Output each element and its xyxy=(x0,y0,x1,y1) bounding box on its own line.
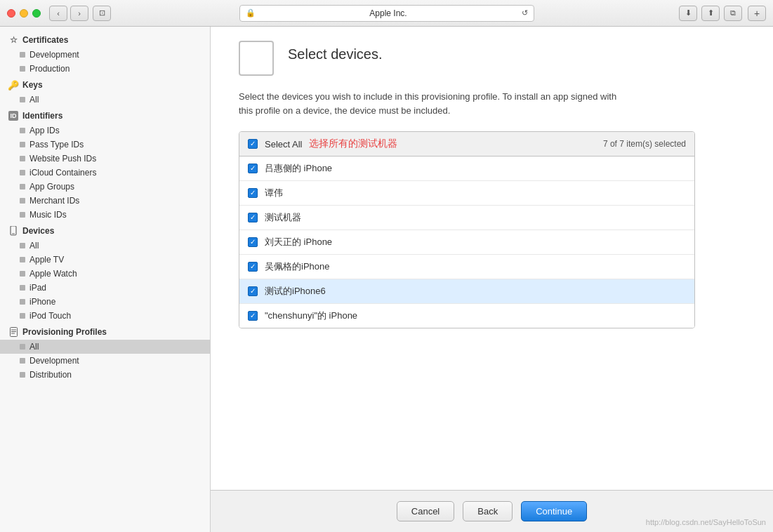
certificates-label: Certificates xyxy=(22,35,68,45)
device-name-5: 吴佩格的iPhone xyxy=(265,260,329,273)
url-text: Apple Inc. xyxy=(258,8,519,18)
address-bar[interactable]: 🔒 Apple Inc. ↺ xyxy=(239,5,534,22)
device-checkbox-3[interactable]: ✓ xyxy=(248,213,258,222)
count-text: 7 of 7 item(s) selected xyxy=(603,139,686,149)
sidebar-item-merchant-ids[interactable]: Merchant IDs xyxy=(0,194,210,208)
bullet-icon xyxy=(20,198,25,204)
bullet-icon xyxy=(20,257,25,262)
sidebar-item-label: iPad xyxy=(29,283,46,293)
bullet-icon xyxy=(20,344,25,350)
device-name-7: "chenshunyi"的 iPhone xyxy=(265,310,357,322)
device-row[interactable]: ✓ 刘天正的 iPhone xyxy=(239,230,694,255)
window-button[interactable]: ⧉ xyxy=(724,6,742,21)
sidebar-item-ipod-touch[interactable]: iPod Touch xyxy=(0,309,210,323)
sidebar-section-certificates: ☆ Certificates Development Production xyxy=(0,32,210,76)
bullet-icon xyxy=(20,142,25,147)
sidebar-item-icloud-containers[interactable]: iCloud Containers xyxy=(0,166,210,180)
sidebar-item-apple-tv[interactable]: Apple TV xyxy=(0,253,210,267)
sidebar-item-label: Production xyxy=(29,64,70,74)
nav-buttons: ‹ › xyxy=(49,6,88,21)
select-all-chinese: 选择所有的测试机器 xyxy=(309,138,397,150)
close-button[interactable] xyxy=(7,9,15,18)
sidebar-item-label: Music IDs xyxy=(29,210,67,220)
back-button[interactable]: Back xyxy=(463,501,513,521)
device-table: ✓ Select All 选择所有的测试机器 7 of 7 item(s) se… xyxy=(239,131,695,328)
device-row[interactable]: ✓ 测试机器 xyxy=(239,206,694,230)
sidebar-item-label: Development xyxy=(29,356,79,366)
tab-view-button[interactable]: ⊡ xyxy=(93,6,111,21)
device-checkbox-4[interactable]: ✓ xyxy=(248,237,258,247)
sidebar-section-keys: 🔑 Keys All xyxy=(0,77,210,107)
device-checkbox-6[interactable]: ✓ xyxy=(248,286,258,296)
sidebar-item-apple-watch[interactable]: Apple Watch xyxy=(0,267,210,281)
sidebar-item-label: All xyxy=(29,95,39,105)
sidebar-item-ipad[interactable]: iPad xyxy=(0,281,210,295)
new-tab-button[interactable]: + xyxy=(748,6,766,21)
sidebar-section-header-identifiers: ID Identifiers xyxy=(0,108,210,124)
lock-icon: 🔒 xyxy=(246,8,256,18)
identifiers-icon: ID xyxy=(8,111,18,121)
sidebar-item-app-groups[interactable]: App Groups xyxy=(0,180,210,194)
device-checkbox-5[interactable]: ✓ xyxy=(248,262,258,272)
sidebar-item-all-keys[interactable]: All xyxy=(0,93,210,107)
sidebar-item-label: Apple TV xyxy=(29,255,64,265)
device-row[interactable]: ✓ "chenshunyi"的 iPhone xyxy=(239,304,694,328)
sidebar-section-header-keys: 🔑 Keys xyxy=(0,77,210,93)
sidebar-item-website-push-ids[interactable]: Website Push IDs xyxy=(0,152,210,166)
share-button[interactable]: ⬆ xyxy=(701,6,720,21)
sidebar-item-distribution[interactable]: Distribution xyxy=(0,368,210,382)
device-row[interactable]: ✓ 吕惠侧的 iPhone xyxy=(239,157,694,181)
bullet-icon xyxy=(20,128,25,133)
sidebar-item-label: All xyxy=(29,241,39,251)
bullet-icon xyxy=(20,271,25,277)
sidebar-item-iphone[interactable]: iPhone xyxy=(0,295,210,309)
identifiers-label: Identifiers xyxy=(22,111,62,121)
sidebar-item-production[interactable]: Production xyxy=(0,62,210,76)
bullet-icon xyxy=(20,243,25,248)
bullet-icon xyxy=(20,66,25,72)
bullet-icon xyxy=(20,156,25,161)
sidebar-item-all-devices[interactable]: All xyxy=(0,239,210,253)
forward-nav-button[interactable]: › xyxy=(70,6,88,21)
select-all-label[interactable]: Select All xyxy=(265,139,302,149)
bullet-icon xyxy=(20,299,25,305)
continue-button[interactable]: Continue xyxy=(521,501,587,521)
fullscreen-button[interactable] xyxy=(32,9,41,18)
bullet-icon xyxy=(20,372,25,378)
device-row[interactable]: ✓ 谭伟 xyxy=(239,181,694,206)
titlebar: ‹ › ⊡ 🔒 Apple Inc. ↺ ⬇ ⬆ ⧉ + xyxy=(0,0,773,27)
provisioning-icon xyxy=(8,327,18,337)
device-name-4: 刘天正的 iPhone xyxy=(265,236,332,248)
minimize-button[interactable] xyxy=(20,9,28,18)
sidebar-item-development-profiles[interactable]: Development xyxy=(0,354,210,368)
sidebar-item-development[interactable]: Development xyxy=(0,48,210,62)
sidebar-item-app-ids[interactable]: App IDs xyxy=(0,124,210,138)
sidebar-item-label: App Groups xyxy=(29,182,74,192)
back-nav-button[interactable]: ‹ xyxy=(49,6,67,21)
bullet-icon xyxy=(20,358,25,364)
sidebar-item-pass-type-ids[interactable]: Pass Type IDs xyxy=(0,138,210,152)
sidebar-item-all-profiles[interactable]: All xyxy=(0,340,210,354)
cancel-button[interactable]: Cancel xyxy=(397,501,454,521)
bullet-icon xyxy=(20,313,25,319)
device-name-3: 测试机器 xyxy=(265,211,301,224)
device-checkbox-1[interactable]: ✓ xyxy=(248,164,258,173)
sidebar-section-identifiers: ID Identifiers App IDs Pass Type IDs Web… xyxy=(0,108,210,222)
provisioning-label: Provisioning Profiles xyxy=(22,327,107,337)
sidebar-item-label: Distribution xyxy=(29,370,72,380)
select-all-checkbox[interactable]: ✓ xyxy=(248,139,258,149)
device-row[interactable]: ✓ 吴佩格的iPhone xyxy=(239,255,694,279)
sidebar-item-label: iPod Touch xyxy=(29,311,71,321)
device-checkbox-7[interactable]: ✓ xyxy=(248,311,258,321)
device-name-2: 谭伟 xyxy=(265,187,283,199)
devices-label: Devices xyxy=(22,226,54,236)
device-row-highlighted[interactable]: ✓ 测试的iPhone6 xyxy=(239,279,694,304)
download-button[interactable]: ⬇ xyxy=(679,6,697,21)
device-name-6: 测试的iPhone6 xyxy=(265,285,326,298)
sidebar-item-label: Website Push IDs xyxy=(29,154,96,164)
bullet-icon xyxy=(20,97,25,102)
reload-button[interactable]: ↺ xyxy=(522,8,528,18)
sidebar-item-music-ids[interactable]: Music IDs xyxy=(0,208,210,222)
step-header: Select devices. xyxy=(239,41,745,76)
device-checkbox-2[interactable]: ✓ xyxy=(248,188,258,198)
